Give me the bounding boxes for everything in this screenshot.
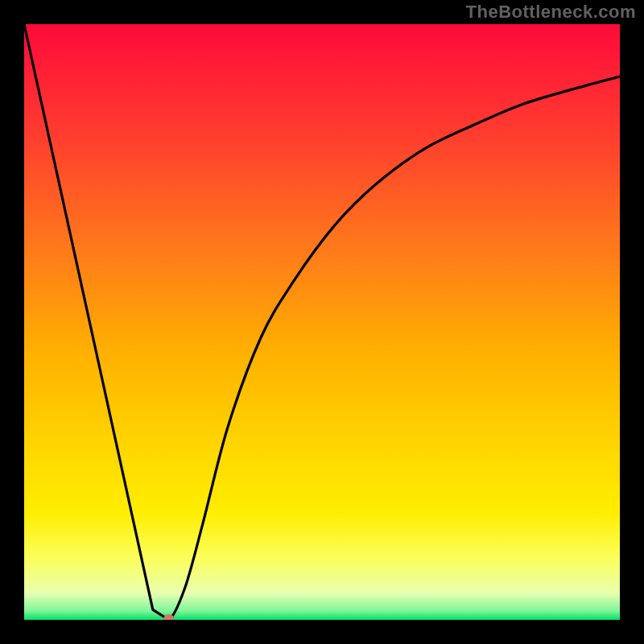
chart-svg [24, 24, 620, 620]
chart-frame: TheBottleneck.com [0, 0, 644, 644]
watermark: TheBottleneck.com [466, 2, 636, 23]
bottleneck-curve [24, 24, 620, 620]
plot-area [24, 24, 620, 620]
